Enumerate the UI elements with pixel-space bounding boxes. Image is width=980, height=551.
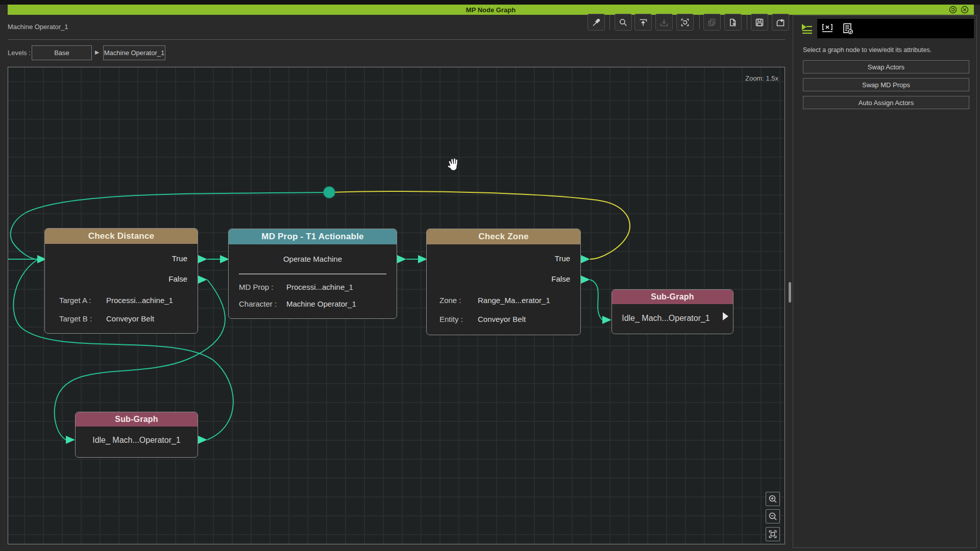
notes-check-icon — [841, 22, 854, 35]
node-separator — [239, 273, 386, 274]
reset-view-button[interactable] — [676, 14, 694, 31]
tab-node-attributes[interactable] — [797, 19, 817, 38]
window-title: MP Node Graph — [466, 6, 516, 14]
mp-node-graph-window: MP Node Graph Machine Operator_1 — [0, 0, 980, 551]
graph-name: Machine Operator_1 — [8, 23, 68, 31]
node-check-distance[interactable]: Check Distance True False Target A : Pro… — [44, 228, 198, 334]
eyedropper-button[interactable] — [587, 14, 605, 31]
tab-variables[interactable] — [817, 19, 838, 38]
field-label: Entity : — [439, 315, 463, 323]
node-sub-graph-title[interactable]: Sub-Graph — [76, 412, 198, 427]
zoom-level: Zoom: 1.5x — [730, 74, 778, 82]
auto-assign-actors-button[interactable]: Auto Assign Actors — [803, 96, 969, 109]
node-check-distance-title[interactable]: Check Distance — [45, 229, 198, 244]
node-check-zone-title[interactable]: Check Zone — [427, 229, 580, 244]
output-label-true: True — [172, 254, 187, 263]
magnifier-button[interactable] — [615, 14, 632, 31]
node-sub-graph-right[interactable]: Sub-Graph Idle_ Mach...Operator_1 — [611, 289, 733, 334]
toolbar-separator — [609, 15, 610, 30]
field-label: Target B : — [59, 314, 92, 323]
node-attributes-icon — [800, 22, 814, 35]
breadcrumb-current[interactable]: Machine Operator_1 — [103, 45, 165, 60]
attributes-panel: Select a graph node to view/edit its att… — [793, 15, 977, 548]
node-md-prop[interactable]: MD Prop - T1 Actionable Operate Machine … — [228, 229, 397, 319]
upload-button[interactable] — [634, 14, 652, 31]
node-check-zone[interactable]: Check Zone True False Zone : Range_Ma...… — [426, 229, 581, 335]
node-md-prop-title[interactable]: MD Prop - T1 Actionable — [229, 229, 397, 244]
node-action: Operate Machine — [229, 255, 397, 263]
titlebar[interactable]: MP Node Graph — [8, 5, 974, 15]
sub-graph-ref: Idle_ Mach...Operator_1 — [612, 314, 720, 323]
field-value: Conveyor Belt — [106, 314, 154, 323]
duplicate-button[interactable] — [703, 14, 721, 31]
toolbar-separator — [699, 15, 700, 30]
output-label-false: False — [551, 274, 570, 283]
splitter-handle[interactable] — [789, 282, 791, 303]
swap-md-props-button[interactable]: Swap MD Props — [803, 78, 969, 91]
field-label: Target A : — [59, 296, 91, 305]
field-label: Zone : — [439, 296, 461, 305]
field-label: Character : — [239, 299, 277, 308]
field-value: Processi...achine_1 — [286, 283, 353, 291]
breadcrumb-base[interactable]: Base — [32, 45, 92, 60]
field-label: MD Prop : — [239, 283, 274, 291]
field-value: Machine Operator_1 — [286, 299, 356, 308]
levels-label: Levels : — [8, 49, 31, 57]
refresh-icon[interactable] — [949, 6, 957, 14]
output-label-true: True — [555, 254, 570, 263]
toolbar-separator — [747, 15, 747, 30]
field-value: Conveyor Belt — [478, 315, 526, 323]
node-sub-graph-title[interactable]: Sub-Graph — [612, 290, 733, 304]
download-button[interactable] — [655, 14, 673, 31]
output-label-false: False — [168, 274, 187, 283]
variables-icon — [821, 22, 834, 35]
node-sub-graph-bottom[interactable]: Sub-Graph Idle_ Mach...Operator_1 — [75, 412, 198, 458]
swap-actors-button[interactable]: Swap Actors — [803, 60, 969, 73]
sub-graph-ref: Idle_ Mach...Operator_1 — [76, 436, 198, 445]
export-file-button[interactable] — [724, 14, 742, 31]
tab-notes[interactable] — [838, 19, 858, 38]
panel-hint: Select a graph node to view/edit its att… — [803, 46, 932, 54]
chevron-right-icon: ▶ — [95, 49, 99, 56]
header-divider — [8, 39, 785, 40]
fit-view-button[interactable] — [766, 527, 780, 541]
save-button[interactable] — [751, 14, 768, 31]
field-value: Processi...achine_1 — [106, 296, 173, 305]
window-frame-top — [0, 0, 980, 5]
import-file-button[interactable] — [772, 14, 789, 31]
close-icon[interactable] — [961, 6, 969, 14]
zoom-out-button[interactable] — [766, 509, 780, 523]
enter-subgraph-icon[interactable] — [723, 312, 728, 320]
field-value: Range_Ma...erator_1 — [478, 296, 550, 305]
panel-tabbar — [797, 19, 974, 38]
zoom-in-button[interactable] — [766, 492, 780, 506]
